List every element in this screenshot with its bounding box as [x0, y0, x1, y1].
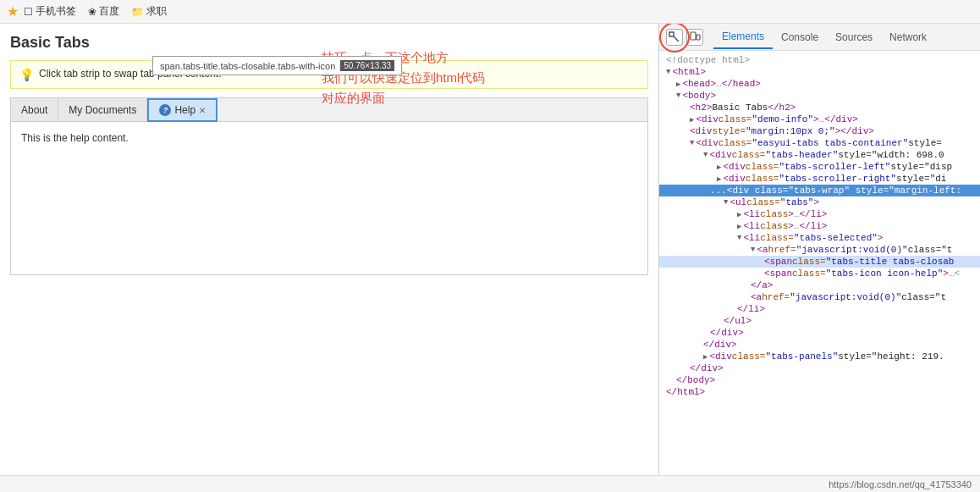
tab-about[interactable]: About	[11, 98, 58, 121]
phone-icon: ☐	[24, 6, 33, 18]
html-line-li2[interactable]: ▶ <li class>…</li>	[659, 220, 980, 232]
tab-help-close[interactable]: ✕	[199, 106, 206, 115]
expand-tabs-header[interactable]: ▼	[703, 151, 707, 159]
device-icon	[689, 31, 701, 43]
expand-li2[interactable]: ▶	[737, 222, 741, 231]
expand-scroller-right[interactable]: ▶	[717, 174, 721, 184]
left-panel: 技巧，点一下这个地方 我们可以快速定位到html代码 对应的界面 Basic T…	[0, 24, 658, 475]
html-line-anchor[interactable]: ▼ <a href="javascript:void(0)" class="t	[659, 244, 980, 256]
devtools-header: Elements Console Sources Network	[659, 24, 980, 51]
expand-ul[interactable]: ▼	[724, 198, 728, 207]
alert-icon: 💡	[19, 68, 34, 81]
html-line-anchor2[interactable]: <a href="javascript:void(0)" class="t	[659, 291, 980, 303]
bookmark-job-label: 求职	[146, 4, 167, 19]
inspect-icon	[669, 31, 680, 43]
bookmark-job[interactable]: 📁 求职	[131, 4, 167, 19]
html-line-close-easyui[interactable]: </div>	[659, 362, 980, 374]
html-line-body[interactable]: ▼ <body>	[659, 90, 980, 102]
html-line-close-body[interactable]: </body>	[659, 374, 980, 386]
html-line-li-selected[interactable]: ▼ <li class="tabs-selected">	[659, 232, 980, 244]
expand-html[interactable]: ▼	[666, 68, 670, 76]
tab-help[interactable]: ? Help ✕	[147, 98, 217, 122]
html-line-margin[interactable]: <div style="margin:10px 0;"></div>	[659, 125, 980, 137]
tooltip-size: 50.76×13.33	[340, 60, 394, 71]
html-line-html[interactable]: ▼ <html>	[659, 66, 980, 78]
tooltip-box: span.tabs-title.tabs-closable.tabs-with-…	[152, 56, 402, 75]
annotation-line3: 对应的界面	[322, 88, 485, 108]
html-line-close-div1[interactable]: </div>	[659, 327, 980, 339]
html-line-tabs-panels[interactable]: ▶ <div class="tabs-panels" style="height…	[659, 351, 980, 362]
devtools-tab-console[interactable]: Console	[773, 26, 827, 48]
expand-li-selected[interactable]: ▼	[737, 234, 741, 242]
expand-head[interactable]: ▶	[676, 80, 680, 89]
folder-icon: 📁	[131, 6, 144, 18]
top-bar: ★ ☐ 手机书签 ❀ 百度 📁 求职	[0, 0, 980, 24]
device-button[interactable]	[686, 29, 703, 46]
inspect-button[interactable]	[666, 29, 683, 46]
expand-easyui[interactable]: ▼	[690, 139, 694, 147]
devtools-tab-sources[interactable]: Sources	[827, 26, 881, 48]
baidu-icon: ❀	[88, 6, 96, 18]
main-area: 技巧，点一下这个地方 我们可以快速定位到html代码 对应的界面 Basic T…	[0, 24, 980, 475]
devtools-tab-elements[interactable]: Elements	[713, 25, 773, 49]
devtools-panel: Elements Console Sources Network <!docty…	[658, 24, 980, 475]
html-line-scroller-right[interactable]: ▶ <div class="tabs-scroller-right" style…	[659, 173, 980, 185]
tab-help-label: Help	[174, 104, 195, 116]
html-line-doctype[interactable]: <!doctype html>	[659, 54, 980, 66]
devtools-tab-network-label: Network	[889, 31, 927, 43]
expand-anchor[interactable]: ▼	[751, 246, 755, 254]
html-line-close-li[interactable]: </li>	[659, 303, 980, 315]
svg-line-1	[674, 36, 679, 41]
expand-demo-info[interactable]: ▶	[690, 115, 694, 124]
html-line-li1[interactable]: ▶ <li class>…</li>	[659, 208, 980, 220]
devtools-tab-sources-label: Sources	[835, 31, 873, 43]
alert-prefix: Click tab strip to swap tab	[39, 68, 157, 80]
help-icon: ?	[159, 104, 171, 116]
bookmark-phone-label: 手机书签	[36, 4, 76, 19]
tab-content-text: This is the help content.	[21, 132, 129, 144]
html-line-close-div2[interactable]: </div>	[659, 339, 980, 351]
html-line-tabs-header[interactable]: ▼ <div class="tabs-header" style="width:…	[659, 149, 980, 161]
svg-rect-3	[696, 35, 700, 40]
star-icon: ★	[7, 3, 19, 19]
devtools-tab-console-label: Console	[781, 31, 818, 43]
html-line-head[interactable]: ▶ <head>…</head>	[659, 78, 980, 90]
devtools-tab-elements-label: Elements	[722, 30, 764, 42]
svg-rect-0	[669, 32, 674, 36]
doctype-text: <!doctype html>	[666, 55, 750, 65]
expand-tabs-panels[interactable]: ▶	[703, 352, 707, 362]
html-line-demo-info[interactable]: ▶ <div class="demo-info">…</div>	[659, 113, 980, 125]
html-line-easyui-tabs[interactable]: ▼ <div class="easyui-tabs tabs-container…	[659, 137, 980, 149]
status-url: https://blog.csdn.net/qq_41753340	[829, 479, 972, 489]
html-line-close-a[interactable]: </a>	[659, 279, 980, 291]
expand-li1[interactable]: ▶	[737, 210, 741, 219]
bookmark-baidu-label: 百度	[99, 4, 119, 19]
devtools-content: <!doctype html> ▼ <html> ▶ <head>…</head…	[659, 51, 980, 475]
svg-rect-2	[691, 32, 696, 40]
expand-body[interactable]: ▼	[676, 91, 680, 100]
devtools-tab-network[interactable]: Network	[881, 26, 935, 48]
tooltip-selector: span.tabs-title.tabs-closable.tabs-with-…	[160, 61, 335, 71]
status-bar: https://blog.csdn.net/qq_41753340	[0, 475, 980, 492]
tabs-container: About My Documents ? Help ✕ This is the …	[10, 97, 648, 275]
html-line-close-ul[interactable]: </ul>	[659, 315, 980, 327]
html-line-close-html[interactable]: </html>	[659, 386, 980, 398]
html-line-tabs-wrap[interactable]: ... <div class="tabs-wrap" style="margin…	[659, 185, 980, 196]
tab-mydocs-label: My Documents	[69, 104, 136, 116]
bookmark-baidu[interactable]: ❀ 百度	[88, 4, 119, 19]
html-line-ul-tabs[interactable]: ▼ <ul class="tabs">	[659, 196, 980, 208]
html-line-span-title[interactable]: <span class="tabs-title tabs-closab	[659, 256, 980, 268]
tabs-content: This is the help content.	[11, 122, 647, 274]
html-line-scroller-left[interactable]: ▶ <div class="tabs-scroller-left" style=…	[659, 161, 980, 173]
html-line-h2[interactable]: <h2>Basic Tabs</h2>	[659, 102, 980, 113]
bookmark-phone[interactable]: ☐ 手机书签	[24, 4, 76, 19]
tooltip-content: span.tabs-title.tabs-closable.tabs-with-…	[160, 60, 394, 71]
expand-scroller-left[interactable]: ▶	[717, 163, 721, 172]
tab-about-label: About	[21, 104, 47, 116]
html-line-span-icon[interactable]: <span class="tabs-icon icon-help">…<	[659, 268, 980, 279]
tab-mydocs[interactable]: My Documents	[58, 98, 147, 121]
